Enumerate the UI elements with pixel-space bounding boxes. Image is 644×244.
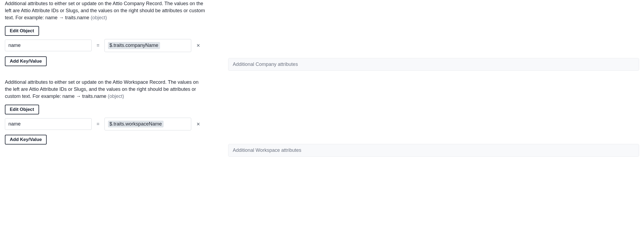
spacer	[228, 71, 639, 144]
workspace-value-input[interactable]: $.traits.workspaceName	[104, 118, 191, 130]
company-attributes-section: Additional attributes to either set or u…	[5, 0, 207, 66]
add-key-value-button[interactable]: Add Key/Value	[5, 56, 47, 66]
edit-object-button[interactable]: Edit Object	[5, 26, 39, 36]
remove-row-button[interactable]: ×	[195, 41, 202, 50]
company-attributes-input[interactable]	[228, 58, 639, 71]
company-description-type: (object)	[91, 15, 107, 20]
company-value-pill: $.traits.companyName	[108, 42, 160, 49]
company-value-input[interactable]: $.traits.companyName	[104, 39, 191, 52]
equals-sign: =	[95, 42, 101, 49]
equals-sign: =	[95, 121, 101, 127]
workspace-attributes-input[interactable]	[228, 144, 639, 157]
workspace-value-pill: $.traits.workspaceName	[108, 121, 164, 127]
remove-row-button[interactable]: ×	[195, 120, 202, 128]
workspace-key-input[interactable]	[5, 118, 92, 130]
company-description: Additional attributes to either set or u…	[5, 0, 206, 21]
edit-object-button[interactable]: Edit Object	[5, 105, 39, 114]
workspace-attributes-section: Additional attributes to either set or u…	[5, 79, 207, 145]
workspace-description: Additional attributes to either set or u…	[5, 79, 206, 100]
company-key-input[interactable]	[5, 40, 92, 51]
workspace-kv-row: = $.traits.workspaceName ×	[5, 118, 207, 130]
workspace-description-type: (object)	[108, 94, 124, 99]
add-key-value-button[interactable]: Add Key/Value	[5, 135, 47, 145]
company-kv-row: = $.traits.companyName ×	[5, 39, 207, 52]
workspace-description-text: Additional attributes to either set or u…	[5, 79, 199, 99]
